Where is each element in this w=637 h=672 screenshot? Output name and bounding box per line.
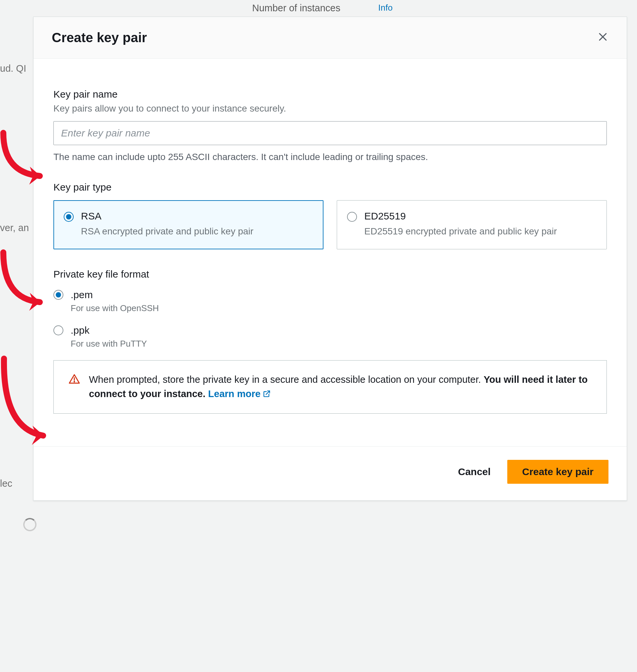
radio-desc: ED25519 encrypted private and public key… — [364, 225, 597, 238]
warning-icon — [68, 373, 80, 385]
format-ppk[interactable]: .ppk For use with PuTTY — [53, 325, 607, 349]
create-key-pair-button[interactable]: Create key pair — [507, 460, 608, 484]
key-pair-type-label: Key pair type — [53, 182, 607, 193]
radio-icon — [53, 325, 63, 335]
create-key-pair-modal: Create key pair Key pair name Key pairs … — [33, 17, 627, 501]
key-pair-type-options: RSA RSA encrypted private and public key… — [53, 200, 607, 249]
background-title: Number of instances — [252, 3, 340, 14]
key-pair-name-help: Key pairs allow you to connect to your i… — [53, 103, 607, 114]
background-text-lec: lec — [0, 478, 12, 489]
radio-title: ED25519 — [364, 211, 597, 222]
external-link-icon — [262, 388, 271, 396]
background-text-ver: ver, an — [0, 223, 29, 233]
alert-box: When prompted, store the private key in … — [53, 360, 607, 414]
key-pair-type-rsa[interactable]: RSA RSA encrypted private and public key… — [53, 200, 324, 249]
modal-footer: Cancel Create key pair — [34, 446, 627, 500]
alert-text: When prompted, store the private key in … — [89, 372, 592, 402]
radio-desc: For use with OpenSSH — [71, 303, 159, 314]
spinner-icon — [23, 518, 36, 531]
background-text-ud: ud. QI — [0, 63, 26, 74]
private-key-format-label: Private key file format — [53, 269, 607, 280]
radio-desc: RSA encrypted private and public key pai… — [81, 225, 313, 238]
radio-icon — [64, 212, 74, 222]
learn-more-link[interactable]: Learn more — [208, 388, 271, 399]
radio-title: .ppk — [71, 325, 147, 336]
key-pair-name-input[interactable] — [53, 121, 607, 145]
radio-icon — [53, 290, 63, 300]
key-pair-name-constraint: The name can include upto 255 ASCII char… — [53, 152, 607, 162]
key-pair-name-label: Key pair name — [53, 89, 607, 100]
format-pem[interactable]: .pem For use with OpenSSH — [53, 289, 607, 314]
radio-icon — [347, 212, 357, 222]
key-pair-name-section: Key pair name Key pairs allow you to con… — [53, 89, 607, 162]
close-icon[interactable] — [597, 31, 608, 45]
private-key-format-section: Private key file format .pem For use wit… — [53, 269, 607, 414]
modal-body: Key pair name Key pairs allow you to con… — [34, 59, 627, 446]
radio-desc: For use with PuTTY — [71, 339, 147, 349]
radio-title: RSA — [81, 211, 313, 222]
key-pair-type-ed25519[interactable]: ED25519 ED25519 encrypted private and pu… — [337, 200, 607, 249]
cancel-button[interactable]: Cancel — [455, 461, 494, 482]
modal-header: Create key pair — [34, 17, 627, 59]
modal-title: Create key pair — [52, 30, 147, 45]
radio-title: .pem — [71, 289, 159, 300]
key-pair-type-section: Key pair type RSA RSA encrypted private … — [53, 182, 607, 249]
alert-text-before: When prompted, store the private key in … — [89, 374, 484, 385]
svg-point-3 — [74, 381, 75, 382]
background-info-link: Info — [378, 3, 393, 13]
